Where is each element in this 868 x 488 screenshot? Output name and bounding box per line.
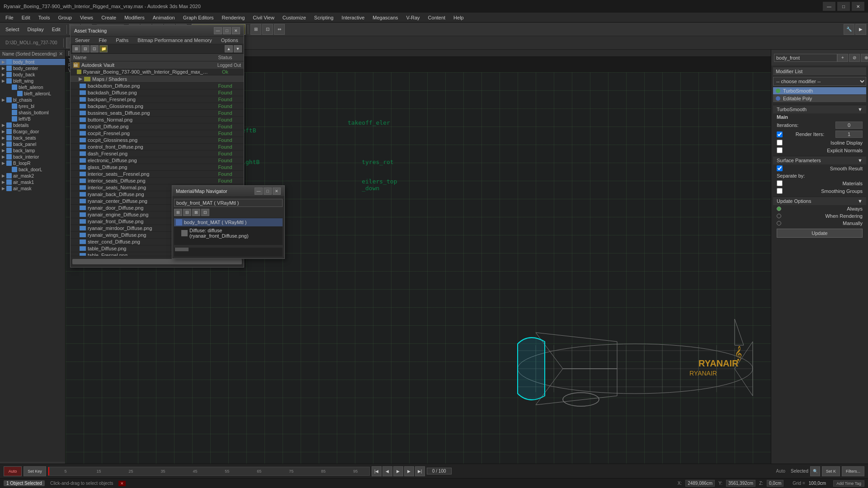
scene-item[interactable]: ▶bl_chasis (0, 97, 65, 103)
frame-counter[interactable] (427, 468, 452, 474)
asset-close-btn[interactable]: ✕ (232, 27, 240, 34)
menu-item-interactive[interactable]: Interactive (338, 14, 368, 21)
expand-arrow-icon[interactable]: ▶ (2, 129, 6, 134)
cancel-prompt-btn[interactable]: ✕ (118, 481, 126, 486)
asset-menu-file[interactable]: File (94, 37, 111, 44)
modifier-dropdown[interactable]: -- choose modifier -- (773, 77, 866, 86)
render-iters-checkbox[interactable] (777, 131, 783, 137)
scene-item[interactable]: leftVB (0, 116, 65, 122)
menu-item-create[interactable]: Create (98, 14, 120, 21)
scene-item[interactable]: ▶body_back (0, 71, 65, 78)
iterations-input[interactable] (835, 122, 863, 129)
asset-list-item[interactable]: electronic_Diffuse.pngFound (71, 157, 244, 164)
asset-list-item[interactable]: bussines_seats_Diffuse.pngFound (71, 110, 244, 117)
surface-params-header[interactable]: Surface Parameters ▼ (773, 156, 866, 164)
asset-list-item[interactable]: backbutton_Diffuse.pngFound (71, 83, 244, 89)
menu-item-animation[interactable]: Animation (149, 14, 179, 21)
go-end-btn[interactable]: ▶| (415, 466, 425, 476)
scene-item[interactable]: back_doorL (0, 166, 65, 173)
mat-maximize-btn[interactable]: □ (264, 188, 272, 195)
vault-group[interactable]: 🏛 Autodesk Vault Logged Out (71, 61, 244, 69)
asset-list-item[interactable]: backdash_Diffuse.pngFound (71, 89, 244, 96)
manually-radio[interactable] (777, 221, 781, 225)
asset-menu-paths[interactable]: Paths (111, 37, 133, 44)
scene-item[interactable]: ▶B_loopR (0, 160, 65, 166)
modify-icon[interactable]: ⊘ (849, 54, 860, 62)
close-scene-btn[interactable]: ✕ (59, 51, 63, 57)
scene-item[interactable]: bleft_aileronL (0, 90, 65, 97)
menu-item-file[interactable]: File (2, 14, 17, 21)
max-file-item[interactable]: Ryanair_Boeing_737-900_with_Interior_Rig… (71, 69, 244, 75)
menu-item-tools[interactable]: Tools (35, 14, 54, 21)
mat-minimize-btn[interactable]: — (255, 188, 263, 195)
scene-item[interactable]: ▶back_lamp (0, 147, 65, 154)
asset-tb-right2[interactable]: ▼ (234, 45, 242, 52)
modifier-editable-poly[interactable]: Editable Poly (773, 95, 866, 102)
expand-arrow-icon[interactable]: ▶ (2, 60, 6, 64)
asset-list-item[interactable]: cocpit_Glossiness.pngFound (71, 137, 244, 144)
asset-tb-right1[interactable]: ▲ (225, 45, 233, 52)
asset-menu-bitmap[interactable]: Bitmap Performance and Memory (133, 37, 216, 44)
scene-item[interactable]: ▶air_mask1 (0, 179, 65, 185)
scene-item[interactable]: ▶body_center (0, 65, 65, 71)
asset-list-item[interactable]: backpan_Glossiness.pngFound (71, 103, 244, 110)
asset-list-item[interactable]: control_front_Diffuse.pngFound (71, 144, 244, 150)
expand-arrow-icon[interactable]: ▶ (2, 123, 6, 127)
mat-tb-btn2[interactable]: ⊟ (183, 209, 191, 216)
display-menu[interactable]: Display (24, 26, 47, 33)
expand-arrow-icon[interactable]: ▶ (2, 155, 6, 159)
update-options-header[interactable]: Update Options ▼ (773, 197, 866, 205)
expand-arrow-icon[interactable]: ▶ (2, 174, 6, 178)
filters-btn[interactable]: Filters... (842, 466, 864, 476)
mirror-btn[interactable]: ⇔ (274, 24, 285, 35)
modifier-turbosmooth[interactable]: TurboSmooth (773, 87, 866, 94)
menu-item-rendering[interactable]: Rendering (218, 14, 249, 21)
expand-arrow-icon[interactable]: ▶ (2, 98, 6, 102)
asset-list-item[interactable]: cocpit_Diffuse.pngFound (71, 123, 244, 130)
asset-list-item[interactable]: backpan_Fresnel.pngFound (71, 96, 244, 103)
mat-hscroll[interactable] (175, 248, 189, 251)
when-rendering-radio[interactable] (777, 214, 781, 218)
expand-arrow-icon[interactable]: ▶ (2, 186, 6, 191)
render-setup-btn[interactable]: 🔧 (844, 24, 854, 35)
asset-list-item[interactable]: interior_seats__Fresnel.pngFound (71, 171, 244, 178)
asset-tb-btn2[interactable]: ⊟ (81, 45, 90, 52)
add-time-tag-btn[interactable]: Add Time Tag (833, 480, 864, 487)
scene-item[interactable]: ▶Bcargo_door (0, 128, 65, 135)
asset-list-item[interactable]: glass_Diffuse.pngFound (71, 164, 244, 171)
menu-item-civil view[interactable]: Civil View (249, 14, 278, 21)
expand-arrow-icon[interactable]: ▶ (2, 136, 6, 140)
render-btn[interactable]: ▶ (855, 24, 866, 35)
scene-item[interactable]: ▶air_mask (0, 185, 65, 192)
prev-frame-btn[interactable]: ◀ (382, 466, 392, 476)
asset-list-item[interactable]: interior_seats_Diffuse.pngFound (71, 178, 244, 184)
expand-arrow-icon[interactable]: ▶ (2, 148, 6, 153)
edit-menu[interactable]: Edit (48, 26, 64, 33)
scene-item[interactable]: ▶back_panel (0, 141, 65, 147)
scene-item[interactable]: ▶air_mask2 (0, 173, 65, 179)
asset-tb-btn1[interactable]: ⊞ (72, 45, 80, 52)
panel-resize-handle[interactable] (0, 462, 65, 464)
mat-close-btn[interactable]: ✕ (273, 188, 281, 195)
asset-tb-btn4[interactable]: 📁 (99, 45, 108, 52)
update-button[interactable]: Update (777, 229, 863, 238)
mat-tb-btn4[interactable]: ⊡ (201, 209, 209, 216)
asset-list-item[interactable]: cocpit_Fresnel.pngFound (71, 130, 244, 137)
go-start-btn[interactable]: |◀ (372, 466, 382, 476)
materials-checkbox[interactable] (777, 180, 783, 186)
menu-item-group[interactable]: Group (54, 14, 75, 21)
smoothing-groups-checkbox[interactable] (777, 188, 783, 194)
menu-item-customize[interactable]: Customize (279, 14, 310, 21)
menu-item-modifiers[interactable]: Modifiers (121, 14, 148, 21)
auto-key-btn[interactable]: Auto (4, 466, 22, 476)
always-radio[interactable] (777, 206, 781, 211)
asset-menu-server[interactable]: Server (71, 37, 94, 44)
snap-btn[interactable]: ⊡ (262, 24, 273, 35)
search-btn[interactable]: 🔍 (810, 466, 820, 476)
expand-arrow-icon[interactable]: ▶ (2, 161, 6, 165)
mat-list[interactable]: body_front_MAT ( VRayMtl ) Diffuse: diff… (174, 218, 283, 245)
align-btn[interactable]: ⊞ (250, 24, 261, 35)
mat-main-item[interactable]: body_front_MAT ( VRayMtl ) (174, 218, 283, 226)
scene-item[interactable]: ▶body_front (0, 59, 65, 65)
asset-tb-btn3[interactable]: ⊡ (90, 45, 99, 52)
